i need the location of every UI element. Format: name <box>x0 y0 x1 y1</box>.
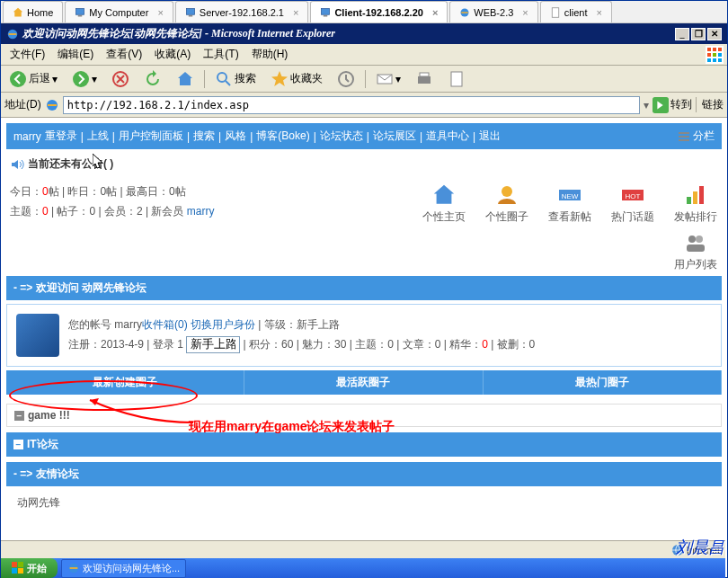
nav-boke[interactable]: 博客(Boke) <box>256 129 309 144</box>
start-button[interactable]: 开始 <box>1 558 58 578</box>
close-icon[interactable]: × <box>522 7 528 18</box>
stats-text: 今日：0帖 | 昨日：0帖 | 最高日：0帖 主题：0 | 帖子：0 | 会员：… <box>10 182 214 272</box>
doc-icon <box>550 7 561 18</box>
split-button[interactable]: 分栏 <box>678 129 715 144</box>
nav-exit[interactable]: 退出 <box>479 129 501 144</box>
dropdown-icon[interactable]: ▾ <box>644 99 649 111</box>
svg-rect-30 <box>12 562 17 567</box>
icon-post-rank[interactable]: 发帖排行 <box>673 182 718 225</box>
menu-favorites[interactable]: 收藏(A) <box>149 45 196 64</box>
tab-newest[interactable]: 最新创建圈子 <box>6 370 244 395</box>
svg-point-27 <box>688 236 696 243</box>
collapse-icon[interactable]: − <box>14 411 24 421</box>
avatar <box>16 314 59 357</box>
section-it[interactable]: − IT论坛 <box>6 432 722 457</box>
host-tab-server[interactable]: Server-192.168.2.1× <box>175 1 309 22</box>
welcome-header: - => 欢迎访问 动网先锋论坛 <box>6 276 722 300</box>
announce-row: 当前还未有公告( ) <box>6 149 722 179</box>
stats-row: 今日：0帖 | 昨日：0帖 | 最高日：0帖 主题：0 | 帖子：0 | 会员：… <box>6 179 722 276</box>
nav-style[interactable]: 风格 <box>225 129 246 144</box>
close-icon[interactable]: × <box>432 7 438 18</box>
menu-tools[interactable]: 工具(T) <box>198 45 244 64</box>
mail-button[interactable]: ▾ <box>371 67 405 91</box>
close-icon[interactable]: × <box>596 7 601 18</box>
back-button[interactable]: 后退 ▾ <box>4 67 62 91</box>
svg-rect-18 <box>451 72 462 86</box>
address-bar: 地址(D) ▾ 转到 链接 <box>1 93 727 118</box>
icon-row: 个性主页 个性圈子 NEW查看新帖 HOT热门话题 发帖排行 <box>422 182 718 225</box>
switch-user-link[interactable]: 切换用户身份 <box>191 318 255 331</box>
pc-icon <box>185 7 196 18</box>
circle-icon <box>494 182 519 208</box>
favorites-button[interactable]: 收藏夹 <box>266 67 327 91</box>
separator <box>204 70 205 88</box>
nav-search[interactable]: 搜索 <box>193 129 215 144</box>
hot-icon: HOT <box>620 182 645 208</box>
inbox-link[interactable]: 收件箱(0) <box>142 318 188 331</box>
nav-ucp[interactable]: 用户控制面板 <box>119 129 183 144</box>
go-icon <box>653 97 669 113</box>
user-info-box: 您的帐号 marry收件箱(0) 切换用户身份 | 等级：新手上路 注册：201… <box>6 304 722 367</box>
svg-point-28 <box>696 236 703 243</box>
nav-online[interactable]: 上线 <box>87 129 109 144</box>
ie-icon <box>459 7 470 18</box>
taskbar: 开始 欢迎访问动网先锋论... <box>1 558 725 578</box>
print-button[interactable] <box>411 67 438 91</box>
section-friend[interactable]: - => 友情论坛 <box>6 462 722 486</box>
stop-button[interactable] <box>107 67 134 91</box>
collapse-icon[interactable]: − <box>13 440 23 449</box>
menu-edit[interactable]: 编辑(E) <box>52 45 99 64</box>
back-icon <box>9 70 27 88</box>
host-tab-clientdoc[interactable]: client× <box>540 1 612 22</box>
history-button[interactable] <box>333 67 360 91</box>
ie-icon <box>45 98 59 112</box>
maximize-button[interactable]: ❐ <box>691 28 706 40</box>
host-tab-home[interactable]: Home <box>3 1 63 22</box>
icon-hot-topics[interactable]: HOT热门话题 <box>610 182 655 225</box>
nav-relogin[interactable]: 重登录 <box>45 129 77 144</box>
user-link[interactable]: marry <box>13 130 41 143</box>
go-button[interactable]: 转到 <box>653 97 692 113</box>
close-button[interactable]: ✕ <box>707 28 722 40</box>
task-button[interactable]: 欢迎访问动网先锋论... <box>61 559 186 578</box>
host-tab-client[interactable]: Client-192.168.2.20× <box>310 1 448 22</box>
icon-user-list[interactable]: 用户列表 <box>673 230 718 272</box>
home-button[interactable] <box>172 67 199 91</box>
host-tab-web[interactable]: WEB-2.3× <box>449 1 537 22</box>
tab-hot[interactable]: 最热门圈子 <box>484 370 722 395</box>
minimize-button[interactable]: _ <box>675 28 689 40</box>
search-button[interactable]: 搜索 <box>210 67 261 91</box>
level-input[interactable] <box>186 336 240 353</box>
nav-props[interactable]: 道具中心 <box>426 129 469 144</box>
print-icon <box>415 70 433 88</box>
links-button[interactable]: 链接 <box>696 97 724 112</box>
close-icon[interactable]: × <box>293 7 298 18</box>
icon-personal-circle[interactable]: 个性圈子 <box>484 182 529 225</box>
host-tab-mycomputer[interactable]: My Computer× <box>65 1 173 22</box>
icon-new-posts[interactable]: NEW查看新帖 <box>547 182 592 225</box>
friend-link[interactable]: 动网先锋 <box>17 496 60 509</box>
url-input[interactable] <box>63 96 640 114</box>
pc-icon <box>320 7 331 18</box>
edit-icon <box>448 70 466 88</box>
toolbar: 后退 ▾ ▾ 搜索 收藏夹 ▾ <box>1 66 727 93</box>
menu-file[interactable]: 文件(F) <box>4 45 50 64</box>
new-member-link[interactable]: marry <box>187 205 215 218</box>
svg-rect-16 <box>418 76 431 84</box>
tab-active[interactable]: 最活跃圈子 <box>244 370 483 395</box>
nav-status[interactable]: 论坛状态 <box>320 129 363 144</box>
edit-button[interactable] <box>443 67 470 91</box>
stop-icon <box>111 70 129 88</box>
page-content: marry 重登录 | 上线 | 用户控制面板 | 搜索 | 风格 | 博客(B… <box>1 118 727 549</box>
refresh-button[interactable] <box>139 67 166 91</box>
menu-view[interactable]: 查看(V) <box>101 45 147 64</box>
home-icon <box>13 7 23 18</box>
svg-text:NEW: NEW <box>562 192 579 200</box>
menu-help[interactable]: 帮助(H) <box>246 45 294 64</box>
icon-personal-home[interactable]: 个性主页 <box>422 182 466 225</box>
forward-button[interactable]: ▾ <box>67 67 102 91</box>
close-icon[interactable]: × <box>157 7 163 18</box>
window-title: 欢迎访问动网先锋论坛[动网先锋论坛] - Microsoft Internet … <box>22 26 335 41</box>
svg-text:HOT: HOT <box>626 192 641 200</box>
nav-zone[interactable]: 论坛展区 <box>373 129 416 144</box>
